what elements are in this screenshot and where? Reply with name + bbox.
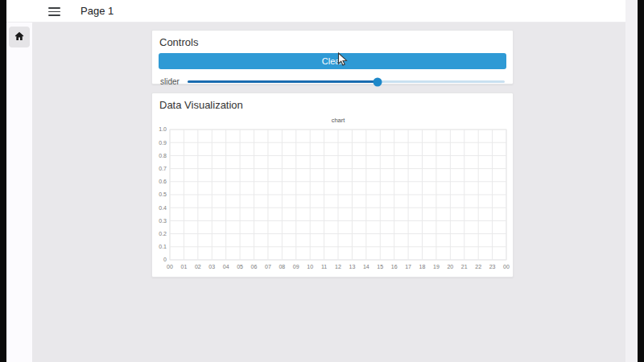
clear-button[interactable]: Clear [159, 53, 506, 69]
x-tick-label: 12 [335, 264, 341, 269]
x-tick-label: 21 [461, 264, 468, 269]
left-black-bar [0, 0, 6, 362]
x-tick-label: 00 [503, 264, 510, 269]
right-black-bar [638, 0, 644, 362]
home-icon [14, 31, 24, 43]
y-tick-label: 0 [163, 257, 167, 262]
slider-label: slider [160, 77, 183, 86]
y-tick-label: 0.2 [159, 231, 167, 237]
x-tick-label: 03 [208, 264, 215, 269]
top-app-bar: Page 1 [6, 0, 625, 23]
home-button[interactable] [9, 27, 30, 47]
x-tick-label: 00 [167, 264, 173, 269]
y-tick-label: 0.1 [159, 244, 167, 249]
controls-card: Controls Clear slider [151, 30, 514, 84]
y-tick-label: 0.8 [159, 153, 167, 158]
y-tick-label: 0.3 [159, 218, 167, 224]
x-tick-label: 09 [293, 264, 299, 269]
data-visualization-card: Data Visualization chart1.00.90.80.70.60… [151, 93, 514, 278]
x-tick-label: 08 [279, 264, 285, 269]
x-tick-label: 15 [377, 264, 383, 269]
x-tick-label: 02 [195, 264, 201, 269]
x-tick-label: 10 [307, 264, 313, 269]
hamburger-icon[interactable] [48, 7, 60, 16]
x-tick-label: 01 [181, 264, 188, 269]
x-tick-label: 11 [321, 264, 327, 269]
x-tick-label: 22 [475, 264, 481, 269]
scrollbar[interactable] [625, 0, 638, 362]
page-title: Page 1 [80, 0, 114, 22]
slider-thumb[interactable] [374, 77, 382, 86]
x-tick-label: 14 [363, 264, 369, 269]
x-tick-label: 17 [405, 264, 411, 269]
y-tick-label: 0.9 [159, 140, 167, 146]
x-tick-label: 18 [419, 264, 426, 269]
slider[interactable] [188, 80, 505, 83]
x-tick-label: 23 [489, 264, 496, 269]
chart[interactable]: chart1.00.90.80.70.60.50.40.30.20.100001… [152, 116, 513, 274]
x-tick-label: 04 [223, 264, 229, 269]
x-tick-label: 19 [433, 264, 440, 269]
y-tick-label: 0.6 [159, 179, 167, 184]
sidebar [6, 23, 32, 362]
app-window: Page 1 Controls Clear slider Data Visual [6, 0, 625, 362]
x-tick-label: 05 [237, 264, 243, 269]
x-tick-label: 13 [349, 264, 356, 269]
x-tick-label: 06 [251, 264, 258, 269]
x-tick-label: 07 [265, 264, 271, 269]
chart-title: chart [332, 117, 346, 124]
x-tick-label: 16 [391, 264, 398, 269]
y-tick-label: 1.0 [159, 126, 167, 132]
slider-fill [188, 80, 378, 83]
viz-card-title: Data Visualization [152, 93, 513, 116]
x-tick-label: 20 [447, 264, 453, 269]
y-tick-label: 0.7 [159, 166, 167, 171]
y-tick-label: 0.5 [159, 191, 167, 197]
y-tick-label: 0.4 [159, 205, 167, 211]
controls-card-title: Controls [152, 31, 513, 53]
